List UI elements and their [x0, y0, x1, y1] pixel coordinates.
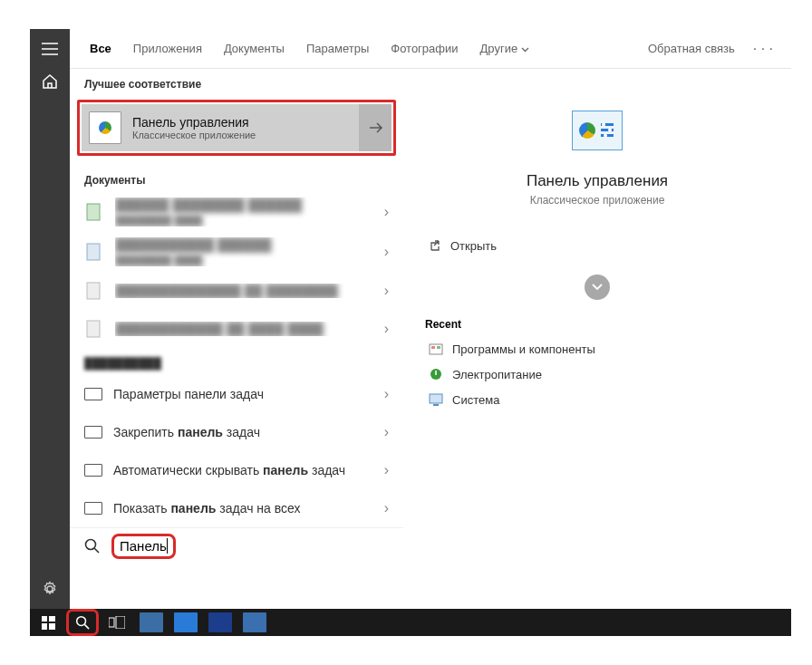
svg-rect-17: [42, 616, 47, 622]
document-result[interactable]: ████████████ ██ ████ ████ ›: [70, 310, 403, 348]
filter-tabs: Все Приложения Документы Параметры Фотог…: [70, 29, 791, 69]
arrow-right-icon[interactable]: [359, 102, 393, 153]
svg-rect-0: [87, 204, 100, 220]
svg-rect-16: [433, 404, 439, 406]
taskbar: [30, 609, 791, 636]
taskbar-settings-icon: [84, 426, 102, 439]
taskbar-app[interactable]: [204, 609, 237, 636]
document-result[interactable]: ██████████████ ██ ████████ ›: [70, 272, 403, 310]
svg-rect-18: [49, 616, 55, 622]
taskbar-search-button[interactable]: [66, 609, 99, 636]
file-icon: [84, 202, 104, 222]
feedback-link[interactable]: Обратная связь: [641, 38, 742, 59]
more-icon[interactable]: · · ·: [746, 37, 780, 61]
document-result[interactable]: ██████ ████████ ██████████████ ████ ›: [70, 192, 403, 232]
tab-all[interactable]: Все: [81, 36, 121, 61]
svg-rect-3: [87, 321, 100, 337]
system-icon: [429, 392, 443, 407]
chevron-right-icon: ›: [384, 321, 389, 337]
section-blurred: ██████████: [70, 348, 403, 375]
open-action[interactable]: Открыть: [425, 232, 769, 260]
svg-point-4: [86, 540, 96, 550]
recent-item[interactable]: Электропитание: [425, 361, 769, 387]
settings-result[interactable]: Автоматически скрывать панель задач›: [70, 451, 403, 489]
settings-result-label: Параметры панели задач: [113, 386, 373, 402]
hamburger-icon[interactable]: [41, 40, 59, 58]
file-icon: [84, 242, 104, 262]
svg-rect-22: [109, 618, 114, 627]
preview-subtitle: Классическое приложение: [530, 194, 665, 207]
task-view-button[interactable]: [101, 609, 133, 636]
best-match-title: Панель управления: [132, 115, 256, 130]
chevron-down-icon: [592, 284, 603, 291]
settings-result-label: Автоматически скрывать панель задач: [113, 462, 373, 478]
recent-item[interactable]: Система: [425, 387, 769, 412]
tab-documents[interactable]: Документы: [215, 36, 294, 61]
settings-result-label: Закрепить панель задач: [113, 424, 373, 440]
recent-item-label: Система: [452, 393, 499, 407]
chevron-right-icon: ›: [384, 204, 389, 220]
tab-more[interactable]: Другие: [471, 36, 538, 61]
control-panel-icon: [89, 111, 121, 144]
settings-result[interactable]: Показать панель задач на всех›: [70, 489, 403, 527]
chevron-right-icon: ›: [384, 462, 389, 478]
preview-panel: Панель управления Классическое приложени…: [403, 69, 791, 609]
chevron-right-icon: ›: [384, 386, 389, 402]
svg-point-21: [76, 616, 85, 625]
svg-rect-23: [116, 616, 125, 629]
open-icon: [429, 240, 441, 253]
content-row: Лучшее соответствие Панель управления Кл…: [70, 69, 791, 609]
preview-title: Панель управления: [527, 172, 668, 190]
home-icon[interactable]: [41, 72, 59, 91]
settings-gear-icon[interactable]: [41, 580, 59, 598]
recent-item-label: Электропитание: [452, 368, 542, 381]
search-icon: [84, 538, 101, 554]
chevron-right-icon: ›: [384, 244, 389, 260]
svg-point-10: [604, 134, 607, 138]
main-area: Все Приложения Документы Параметры Фотог…: [70, 29, 791, 609]
settings-result[interactable]: Параметры панели задач›: [70, 375, 403, 413]
svg-point-9: [608, 129, 612, 132]
results-column: Лучшее соответствие Панель управления Кл…: [70, 69, 403, 609]
settings-result[interactable]: Закрепить панель задач›: [70, 413, 403, 451]
recent-header: Recent: [425, 318, 461, 331]
tab-apps[interactable]: Приложения: [124, 36, 211, 61]
taskbar-settings-icon: [84, 464, 102, 477]
taskbar-app[interactable]: [169, 609, 202, 636]
search-row: Панель: [70, 527, 403, 564]
start-button[interactable]: [32, 609, 64, 636]
tab-settings[interactable]: Параметры: [297, 36, 378, 61]
expand-down-button[interactable]: [585, 275, 610, 300]
svg-rect-19: [42, 623, 47, 630]
power-icon: [429, 367, 443, 381]
best-match-result[interactable]: Панель управления Классическое приложени…: [77, 100, 396, 156]
taskbar-settings-icon: [84, 388, 102, 400]
svg-rect-12: [431, 346, 435, 349]
svg-rect-13: [437, 346, 440, 349]
document-result[interactable]: ███████████ ██████████████ ████ ›: [70, 232, 403, 272]
file-icon: [84, 281, 104, 301]
svg-rect-2: [87, 283, 100, 299]
tab-photos[interactable]: Фотографии: [382, 36, 467, 61]
svg-rect-15: [430, 394, 442, 403]
chevron-right-icon: ›: [384, 500, 389, 516]
svg-rect-20: [49, 623, 55, 630]
left-rail: [30, 29, 70, 609]
programs-icon: [429, 342, 443, 356]
search-input[interactable]: Панель: [120, 538, 168, 554]
section-best-match: Лучшее соответствие: [70, 69, 403, 96]
svg-point-8: [602, 123, 605, 127]
taskbar-app[interactable]: [238, 609, 271, 636]
settings-result-label: Показать панель задач на всех: [113, 500, 373, 516]
taskbar-settings-icon: [84, 502, 102, 515]
file-icon: [84, 319, 104, 339]
svg-rect-1: [87, 244, 100, 260]
chevron-right-icon: ›: [384, 424, 389, 440]
recent-item-label: Программы и компоненты: [452, 342, 595, 356]
section-documents: Документы: [70, 165, 403, 192]
recent-item[interactable]: Программы и компоненты: [425, 336, 769, 361]
best-match-subtitle: Классическое приложение: [132, 130, 256, 140]
control-panel-large-icon: [572, 111, 623, 150]
chevron-right-icon: ›: [384, 283, 389, 299]
taskbar-app[interactable]: [135, 609, 168, 636]
